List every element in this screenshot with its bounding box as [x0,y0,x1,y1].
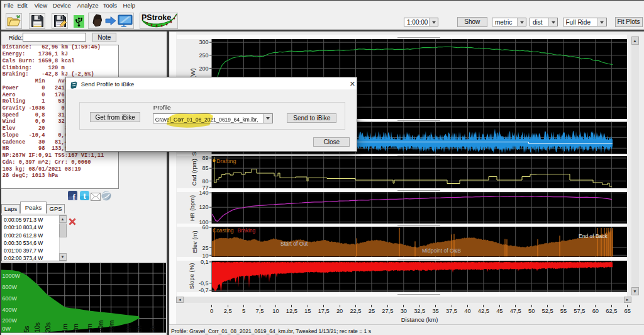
svg-text:Start of Out: Start of Out [280,241,308,247]
svg-text:5m: 5m [86,324,93,332]
svg-text:10s: 10s [34,322,41,332]
svg-text:Midpoint of O&B: Midpoint of O&B [422,247,461,254]
svg-text:5h: 5h [150,326,157,332]
svg-text:1m: 1m [62,324,69,332]
svg-text:1h: 1h [125,326,132,332]
svg-text:20s: 20s [45,322,52,332]
svg-text:2m: 2m [72,324,79,332]
svg-text:2h: 2h [136,326,143,332]
svg-text:Braking: Braking [238,227,256,234]
svg-text:-0,7: -0,7 [199,287,209,293]
svg-text:800W: 800W [3,284,18,290]
svg-text:Slope (%): Slope (%) [188,263,195,290]
svg-text:600W: 600W [3,295,18,302]
svg-text:0,1: 0,1 [201,259,209,265]
svg-text:10: 10 [202,253,208,259]
svg-text:60: 60 [202,224,208,230]
svg-text:Cad (rpm): Cad (rpm) [191,159,197,186]
svg-text:HR (bpm): HR (bpm) [189,195,196,221]
svg-text:Elev (m): Elev (m) [191,230,198,253]
svg-text:Coasting: Coasting [213,227,234,234]
svg-text:400W: 400W [3,307,18,313]
svg-text:120: 120 [199,204,208,210]
svg-text:20m: 20m [108,321,115,332]
svg-text:-0,5: -0,5 [199,280,209,287]
svg-text:Drafting: Drafting [216,158,236,164]
svg-text:End of Back: End of Back [579,233,608,239]
svg-text:5s: 5s [23,326,30,332]
svg-text:300: 300 [199,39,208,45]
svg-text:89: 89 [202,155,208,161]
svg-text:0W: 0W [3,326,11,332]
svg-text:85: 85 [202,165,208,171]
svg-text:80: 80 [202,178,208,185]
svg-text:1000W: 1000W [3,273,21,279]
svg-text:200W: 200W [3,317,18,324]
svg-text:10m: 10m [97,321,104,332]
svg-text:25: 25 [202,245,208,251]
svg-text:200: 200 [199,65,208,72]
svg-text:250: 250 [199,52,208,59]
svg-text:140: 140 [199,190,208,196]
